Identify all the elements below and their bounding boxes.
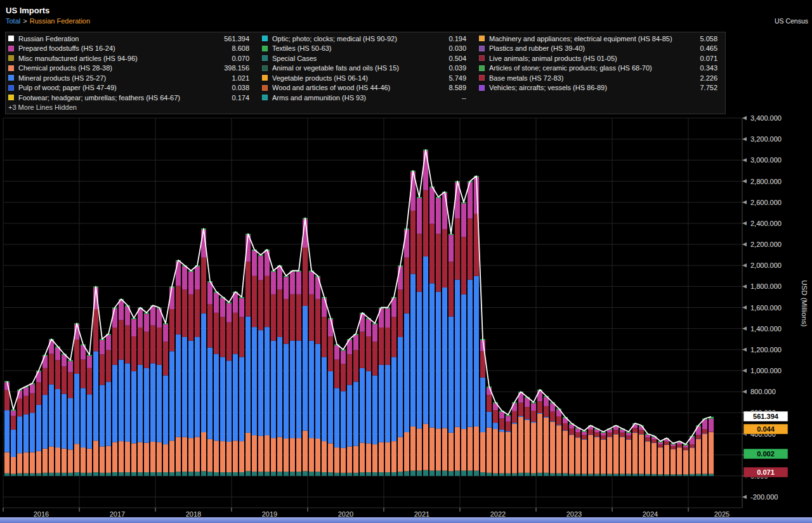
legend-item[interactable]: Plastics and rubber (HS 39-40)0.465 — [479, 44, 723, 54]
bar-segment — [188, 272, 193, 295]
bar-segment — [150, 307, 155, 326]
legend-swatch-icon — [262, 55, 268, 61]
bar-segment — [449, 317, 454, 433]
bar-segment — [334, 345, 339, 359]
legend-item-label: Special Cases — [272, 55, 317, 62]
stacked-bar-chart[interactable]: -200.0000.000200.000400.000600.000800.00… — [0, 113, 812, 519]
bar-segment — [68, 473, 73, 476]
bar-segment — [442, 229, 447, 288]
bar-segment — [493, 429, 498, 473]
bar-segment — [23, 453, 29, 473]
bar-segment — [645, 474, 650, 476]
legend-item[interactable]: Textiles (HS 50-63)0.030 — [262, 44, 471, 54]
legend-item[interactable]: Animal or vegetable fats and oils (HS 15… — [262, 63, 471, 74]
bar-segment — [17, 416, 22, 453]
legend-item[interactable]: Articles of stone; ceramic products; gla… — [479, 63, 723, 74]
legend-item[interactable]: Pulp of wood; paper (HS 47-49)0.038 — [8, 83, 254, 93]
bar-segment — [182, 472, 187, 476]
bar-segment — [658, 444, 663, 447]
bar-segment — [601, 435, 606, 439]
bar-segment — [49, 473, 54, 476]
bar-segment — [347, 446, 352, 472]
bar-segment — [169, 472, 174, 476]
bar-segment — [417, 234, 422, 291]
bar-segment — [68, 361, 73, 372]
bar-segment — [252, 327, 257, 435]
bar-segment — [525, 407, 530, 419]
bars-group[interactable] — [4, 150, 714, 476]
legend-item[interactable]: Special Cases0.504 — [262, 53, 471, 63]
y-tick-label: 1,000.000 — [750, 367, 782, 374]
bar-segment — [106, 473, 111, 476]
bar-segment — [43, 356, 48, 368]
legend-item[interactable]: Wood and articles of wood (HS 44-46)8.58… — [262, 83, 471, 93]
legend-item[interactable]: Russian Federation561.394 — [8, 34, 254, 44]
legend-item[interactable]: Base metals (HS 72-83)2.226 — [479, 73, 723, 83]
bar-segment — [398, 437, 403, 472]
bar-segment — [658, 447, 663, 474]
bar-segment — [43, 473, 48, 476]
bar-segment — [550, 421, 555, 473]
bar-segment — [658, 442, 663, 444]
legend-item[interactable]: Footwear; headgear; umbrellas; feathers … — [8, 93, 254, 103]
legend-item[interactable]: Vegetable products (HS 06-14)5.749 — [262, 73, 471, 83]
legend-item[interactable]: Chemical products (HS 28-38)398.156 — [8, 63, 254, 74]
legend-item[interactable]: Vehicles; aircrafts; vessels (HS 86-89)7… — [479, 83, 723, 93]
bar-segment — [290, 295, 295, 341]
bar-segment — [372, 324, 377, 341]
breadcrumb: Total>Russian Federation — [6, 17, 90, 25]
bar-segment — [246, 262, 251, 316]
more-lines-hidden-note[interactable]: +3 More Lines Hidden — [8, 103, 254, 112]
legend-item[interactable]: Mineral products (HS 25-27)1.021 — [8, 73, 254, 83]
legend-item[interactable]: Prepared foodstuffs (HS 16-24)8.608 — [8, 44, 254, 54]
breadcrumb-total[interactable]: Total — [6, 17, 20, 25]
legend-item-label: Wood and articles of wood (HS 44-46) — [272, 84, 390, 91]
legend-item[interactable]: Live animals; animal products (HS 01-05)… — [479, 53, 723, 63]
bar-segment — [150, 326, 155, 364]
bar-segment — [626, 435, 631, 439]
bar-segment — [353, 350, 358, 382]
bar-segment — [582, 435, 587, 439]
bar-segment — [303, 431, 308, 472]
legend-item[interactable]: Arms and ammunition (HS 93)-- — [262, 93, 471, 103]
bar-segment — [575, 437, 580, 438]
bar-segment — [4, 473, 10, 476]
bar-segment — [36, 382, 41, 405]
bar-segment — [277, 472, 282, 476]
bar-segment — [271, 295, 276, 341]
bar-segment — [23, 396, 29, 414]
bar-segment — [81, 388, 86, 447]
bar-segment — [93, 309, 98, 351]
bar-segment — [556, 473, 561, 476]
legend-item[interactable]: Optic; photo; clocks; medical (HS 90-92)… — [262, 34, 471, 44]
breadcrumb-country[interactable]: Russian Federation — [30, 17, 90, 25]
bar-segment — [702, 429, 707, 434]
bar-segment — [309, 341, 314, 438]
bar-segment — [690, 444, 695, 447]
bar-segment — [620, 437, 625, 473]
legend-item[interactable]: Machinery and appliances; electrical equ… — [479, 34, 723, 44]
bar-segment — [23, 473, 29, 476]
bar-segment — [220, 357, 225, 441]
bar-segment — [366, 443, 371, 472]
bar-segment — [391, 441, 396, 472]
bar-segment — [188, 341, 193, 438]
bar-segment — [690, 474, 695, 476]
bar-segment — [537, 473, 542, 476]
bar-segment — [506, 431, 511, 432]
bar-segment — [150, 472, 155, 476]
bar-segment — [30, 394, 35, 413]
bar-segment — [677, 447, 682, 474]
bar-segment — [341, 448, 346, 473]
bar-segment — [639, 434, 644, 473]
bar-segment — [328, 472, 333, 476]
bar-segment — [74, 374, 79, 444]
legend-item[interactable]: Misc manufactured articles (HS 94-96)0.0… — [8, 53, 254, 63]
bar-segment — [271, 341, 276, 438]
bar-segment — [11, 411, 16, 416]
bar-segment — [531, 473, 536, 476]
bar-segment — [252, 276, 257, 327]
bottom-scrollbar[interactable] — [0, 517, 812, 523]
bar-segment — [36, 473, 41, 476]
legend-swatch-icon — [262, 46, 268, 51]
